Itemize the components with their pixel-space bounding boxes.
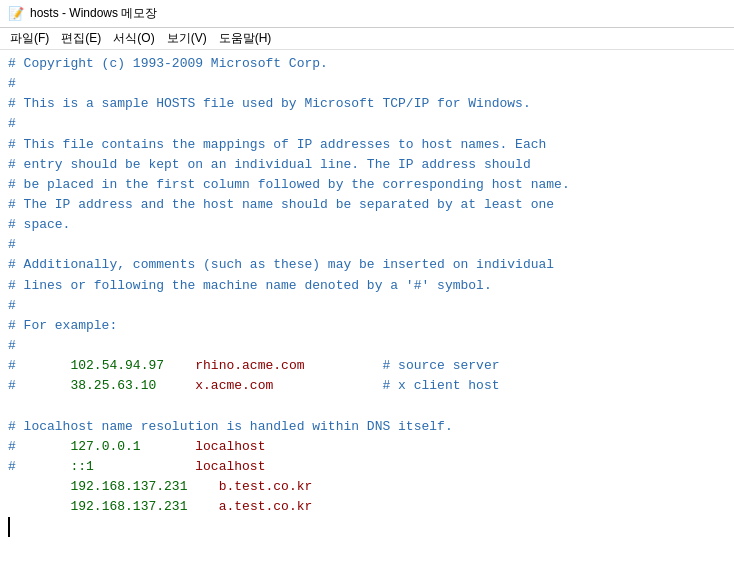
line-5: # This file contains the mappings of IP … <box>8 135 726 155</box>
menu-format[interactable]: 서식(O) <box>107 28 160 49</box>
line-11: # Additionally, comments (such as these)… <box>8 255 726 275</box>
cursor-line <box>8 517 726 537</box>
line-16: # 102.54.94.97 rhino.acme.com # source s… <box>8 356 726 376</box>
line-21: # ::1 localhost <box>8 457 726 477</box>
line-14: # For example: <box>8 316 726 336</box>
line-8: # The IP address and the host name shoul… <box>8 195 726 215</box>
hash: # <box>8 54 24 74</box>
line-2: # <box>8 74 726 94</box>
app-icon: 📝 <box>8 6 24 22</box>
menu-view[interactable]: 보기(V) <box>161 28 213 49</box>
line-10: # <box>8 235 726 255</box>
line-9: # space. <box>8 215 726 235</box>
menu-help[interactable]: 도움말(H) <box>213 28 278 49</box>
line-13: # <box>8 296 726 316</box>
line-18 <box>8 396 726 416</box>
menu-file[interactable]: 파일(F) <box>4 28 55 49</box>
window-title: hosts - Windows 메모장 <box>30 5 157 22</box>
line-19: # localhost name resolution is handled w… <box>8 417 726 437</box>
line-7: # be placed in the first column followed… <box>8 175 726 195</box>
line-20: # 127.0.0.1 localhost <box>8 437 726 457</box>
menu-edit[interactable]: 편집(E) <box>55 28 107 49</box>
line-3: # This is a sample HOSTS file used by Mi… <box>8 94 726 114</box>
line-4: # <box>8 114 726 134</box>
line-6: # entry should be kept on an individual … <box>8 155 726 175</box>
line-22: 192.168.137.231 b.test.co.kr <box>8 477 726 497</box>
line-17: # 38.25.63.10 x.acme.com # x client host <box>8 376 726 396</box>
menu-bar: 파일(F) 편집(E) 서식(O) 보기(V) 도움말(H) <box>0 28 734 50</box>
text-editor-content[interactable]: # Copyright (c) 1993-2009 Microsoft Corp… <box>0 50 734 578</box>
comment: Copyright (c) 1993-2009 Microsoft Corp. <box>24 54 328 74</box>
title-bar: 📝 hosts - Windows 메모장 <box>0 0 734 28</box>
line-23: 192.168.137.231 a.test.co.kr <box>8 497 726 517</box>
line-1: # Copyright (c) 1993-2009 Microsoft Corp… <box>8 54 726 74</box>
line-12: # lines or following the machine name de… <box>8 276 726 296</box>
line-15: # <box>8 336 726 356</box>
